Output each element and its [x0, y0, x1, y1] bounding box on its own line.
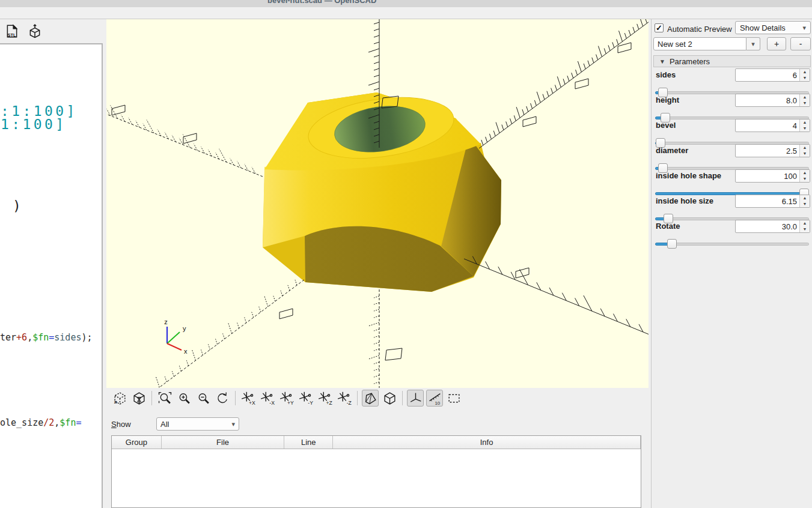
spin-up-icon[interactable]: ▲: [800, 145, 810, 151]
code-token: $fn: [32, 332, 49, 343]
param-spinbox[interactable]: 100▲▼: [735, 169, 810, 183]
param-spinbox[interactable]: 2.5▲▼: [735, 144, 810, 157]
param-value[interactable]: 6: [736, 69, 799, 81]
toolbar-separator: [357, 391, 358, 405]
param-value[interactable]: 100: [736, 170, 799, 182]
export-toolbar: STL: [0, 19, 106, 43]
spin-arrows: ▲▼: [799, 170, 810, 182]
zoom-in-button[interactable]: [176, 390, 192, 407]
perspective-icon: [364, 392, 377, 405]
console-filter-select[interactable]: All ▾: [156, 417, 239, 431]
spin-down-icon[interactable]: ▼: [800, 201, 810, 207]
column-header-file[interactable]: File: [162, 436, 285, 449]
render-button[interactable]: [130, 390, 147, 407]
spin-down-icon[interactable]: ▼: [800, 176, 810, 182]
column-header-line[interactable]: Line: [284, 436, 333, 449]
code-token: ole_size: [0, 417, 43, 428]
show-axes-button[interactable]: [407, 390, 424, 407]
column-header-group[interactable]: Group: [112, 436, 162, 449]
spin-up-icon[interactable]: ▲: [800, 170, 810, 176]
view-all-button[interactable]: [445, 390, 462, 407]
export-stl-button[interactable]: STL: [4, 22, 20, 40]
param-label: sides: [656, 70, 676, 79]
z-axis-label: z: [164, 318, 168, 325]
param-label: inside hole size: [656, 196, 713, 205]
param-value[interactable]: 8.0: [736, 94, 799, 106]
spin-arrows: ▲▼: [799, 195, 810, 207]
zoom-out-button[interactable]: [195, 390, 212, 407]
code-token: $fn: [60, 417, 76, 428]
spin-down-icon[interactable]: ▼: [800, 75, 810, 81]
spin-up-icon[interactable]: ▲: [800, 220, 810, 226]
param-value[interactable]: 6.15: [736, 195, 799, 207]
view-neg-x-button[interactable]: -X: [259, 390, 276, 407]
view-pos-x-button[interactable]: +X: [240, 390, 257, 407]
param-spinbox[interactable]: 4▲▼: [735, 119, 810, 132]
viewport: z y x: [106, 19, 649, 388]
svg-text:+Y: +Y: [287, 400, 294, 405]
orthogonal-button[interactable]: [381, 390, 398, 407]
error-log-table[interactable]: GroupFileLineInfo: [111, 435, 641, 508]
code-token: =: [76, 417, 81, 428]
remove-preset-button[interactable]: -: [790, 37, 811, 50]
window-title: bevel-nut.scad — OpenSCAD: [267, 0, 376, 5]
spin-down-icon[interactable]: ▼: [800, 100, 810, 106]
param-label: height: [656, 95, 679, 104]
view-neg-y-button[interactable]: -Y: [298, 390, 314, 407]
table-header-row: GroupFileLineInfo: [112, 436, 641, 449]
spin-arrows: ▲▼: [799, 69, 810, 81]
spin-arrows: ▲▼: [799, 145, 810, 157]
spin-up-icon[interactable]: ▲: [800, 119, 810, 125]
spin-down-icon[interactable]: ▼: [800, 151, 810, 157]
axis-10-marker: [618, 43, 631, 53]
spin-down-icon[interactable]: ▼: [800, 226, 810, 232]
param-slider[interactable]: [655, 239, 809, 249]
column-header-info[interactable]: Info: [333, 436, 641, 449]
show-scale-markers-button[interactable]: 10: [426, 390, 443, 407]
preset-name-field[interactable]: New set 2: [653, 37, 746, 50]
param-value[interactable]: 4: [736, 119, 799, 132]
view-pos-y-button[interactable]: +Y: [278, 390, 295, 407]
preview-button[interactable]: »: [111, 390, 128, 407]
param-spinbox[interactable]: 6.15▲▼: [735, 195, 810, 208]
spin-up-icon[interactable]: ▲: [800, 195, 810, 201]
code-editor[interactable]: :1:100]1:100])ter+6,$fn=sides);ole_size/…: [0, 43, 103, 508]
add-preset-button[interactable]: +: [767, 37, 786, 50]
perspective-button[interactable]: [362, 390, 379, 407]
automatic-preview-checkbox[interactable]: ✓: [655, 23, 664, 32]
x-positive-axis: [464, 256, 649, 334]
zoom-all-button[interactable]: [156, 390, 173, 407]
openscad-window: bevel-nut.scad — OpenSCAD STL :1:100]1:1…: [0, 0, 812, 508]
param-value[interactable]: 2.5: [736, 145, 799, 157]
slider-groove[interactable]: [655, 243, 809, 246]
view-neg-x-icon: -X: [260, 391, 275, 405]
3d-canvas[interactable]: z y x: [106, 19, 649, 388]
view-pos-x-icon: +X: [240, 391, 256, 405]
view-neg-z-button[interactable]: -Z: [336, 390, 353, 407]
toolbar-separator: [235, 391, 236, 405]
param-value[interactable]: 30.0: [736, 220, 799, 232]
preset-dropdown-button[interactable]: ▾: [746, 37, 760, 50]
code-line: ): [13, 198, 23, 214]
param-spinbox[interactable]: 6▲▼: [735, 68, 810, 82]
preview-icon: »: [113, 392, 127, 405]
spin-down-icon[interactable]: ▼: [800, 125, 810, 132]
axis-10-marker: [575, 79, 588, 89]
view-pos-z-button[interactable]: +Z: [317, 390, 334, 407]
chevron-down-icon: ▾: [802, 25, 806, 31]
param-spinbox[interactable]: 30.0▲▼: [735, 220, 810, 233]
param-row-rotate: Rotate30.0▲▼: [652, 220, 812, 245]
reset-view-button[interactable]: [214, 390, 231, 407]
view-pos-y-icon: +Y: [279, 391, 295, 405]
export-3d-button[interactable]: [26, 22, 43, 40]
slider-handle[interactable]: [667, 239, 677, 249]
reset-view-icon: [216, 392, 230, 405]
param-label: diameter: [656, 146, 688, 155]
param-spinbox[interactable]: 8.0▲▼: [735, 94, 810, 107]
spin-up-icon[interactable]: ▲: [800, 94, 810, 100]
show-details-dropdown[interactable]: Show Details ▾: [735, 21, 811, 34]
show-label: Show: [111, 420, 156, 429]
spin-up-icon[interactable]: ▲: [800, 69, 810, 75]
parameters-section-header[interactable]: ▼ Parameters: [653, 55, 811, 67]
spin-arrows: ▲▼: [799, 220, 810, 232]
